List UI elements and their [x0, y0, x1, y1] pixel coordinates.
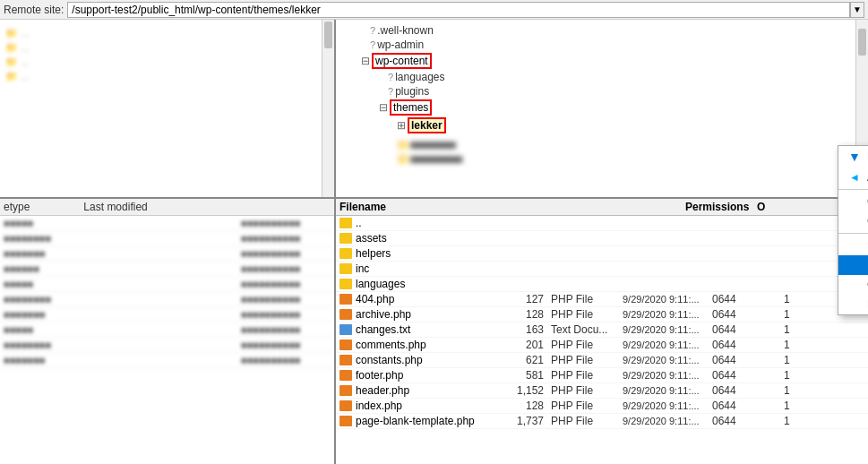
folder-icon-dotdot	[339, 218, 352, 228]
context-menu-create-dir-enter[interactable]: Create directory and enter it	[838, 211, 868, 231]
right-panel: ? .well-known ? wp-admin ⊟ wp-content	[336, 20, 868, 464]
file-row-changes[interactable]: changes.txt 163 Text Docu... 9/29/2020 9…	[336, 322, 868, 338]
download-icon: ▼	[847, 150, 862, 164]
left-file-list-header: etype Last modified	[0, 199, 334, 216]
file-row-header[interactable]: header.php 1,152 PHP File 9/29/2020 9:11…	[336, 383, 868, 399]
main-container: Remote site: ▼ 📁 ... 📁 ... 📁 ... 📁 ...	[0, 0, 868, 464]
file-row-archive[interactable]: archive.php 128 PHP File 9/29/2020 9:11:…	[336, 307, 868, 322]
tree-item-wp-content[interactable]: ⊟ wp-content	[343, 52, 861, 70]
left-header-filetype: etype	[4, 201, 30, 213]
folder-icon-assets	[339, 233, 352, 244]
php-icon-constants	[339, 355, 352, 365]
left-file-rows: ■■■■■■■■■■■■■■■ ■■■■■■■■■■■■■■■■■■ ■■■■■…	[0, 216, 334, 461]
tree-item-wp-admin[interactable]: ? wp-admin	[343, 38, 861, 52]
tree-item-languages[interactable]: ? languages	[343, 70, 861, 84]
header-size	[497, 201, 542, 213]
separator-1	[838, 189, 868, 190]
context-menu: ▼ Download ◄ Add to queue Create directo…	[838, 145, 868, 315]
tree-label-well-known: .well-known	[377, 24, 434, 37]
context-menu-file-attrs[interactable]: File Attributes...	[838, 295, 868, 314]
header-o: O	[757, 201, 775, 213]
tree-label-themes: themes	[390, 99, 432, 116]
tree-item-themes[interactable]: ⊟ themes	[343, 99, 861, 116]
txt-icon-changes	[339, 324, 352, 335]
header-modified	[596, 201, 685, 213]
file-rows: .. assets	[336, 216, 868, 461]
file-row-helpers[interactable]: helpers	[336, 246, 868, 262]
file-row-index[interactable]: index.php 128 PHP File 9/29/2020 9:11:..…	[336, 399, 868, 414]
tree-label-languages: languages	[395, 71, 444, 83]
file-row-404[interactable]: 404.php 127 PHP File 9/29/2020 9:11:... …	[336, 292, 868, 307]
php-icon-footer	[339, 370, 352, 381]
remote-tree-content: ? .well-known ? wp-admin ⊟ wp-content	[336, 20, 868, 170]
file-row-assets[interactable]: assets	[336, 231, 868, 246]
minus-icon-themes: ⊟	[379, 101, 388, 114]
header-filetype	[542, 201, 596, 213]
question-icon-plugins: ?	[388, 86, 393, 97]
file-row-footer[interactable]: footer.php 581 PHP File 9/29/2020 9:11:.…	[336, 368, 868, 383]
file-row-page-blank[interactable]: page-blank-template.php 1,737 PHP File 9…	[336, 414, 868, 429]
tree-label-wp-admin: wp-admin	[377, 39, 424, 51]
context-menu-add-to-queue[interactable]: ◄ Add to queue	[838, 168, 868, 187]
question-icon-wp-admin: ?	[370, 39, 375, 50]
left-header-modified: Last modified	[83, 201, 147, 213]
minus-icon-wp-content: ⊟	[361, 55, 370, 67]
remote-site-path-input[interactable]	[67, 2, 850, 18]
question-icon-languages: ?	[388, 72, 393, 82]
file-row-comments[interactable]: comments.php 201 PHP File 9/29/2020 9:11…	[336, 338, 868, 353]
header-perms: Permissions	[685, 201, 757, 213]
question-icon-well-known: ?	[370, 25, 375, 36]
left-file-list: etype Last modified ■■■■■■■■■■■■■■■ ■■■■…	[0, 199, 334, 464]
queue-icon: ◄	[847, 171, 862, 184]
left-panel: 📁 ... 📁 ... 📁 ... 📁 ... etype Last modif…	[0, 20, 336, 464]
separator-2	[838, 233, 868, 234]
folder-icon-languages	[339, 279, 352, 289]
file-list-area: Filename Permissions O ..	[336, 199, 868, 464]
file-row-dotdot[interactable]: ..	[336, 216, 868, 231]
left-top-tree: 📁 ... 📁 ... 📁 ... 📁 ...	[0, 20, 334, 199]
header-filename: Filename	[336, 201, 497, 213]
tree-label-plugins: plugins	[395, 85, 429, 98]
php-icon-index	[339, 400, 352, 411]
remote-site-label: Remote site:	[4, 4, 64, 16]
remote-tree-area: ? .well-known ? wp-admin ⊟ wp-content	[336, 20, 868, 199]
file-row-constants[interactable]: constants.php 621 PHP File 9/29/2020 9:1…	[336, 353, 868, 368]
tree-label-lekker: lekker	[408, 117, 446, 133]
context-menu-copy-url[interactable]: Copy URL(s) to clipboard	[838, 275, 868, 295]
remote-site-bar: Remote site: ▼	[0, 0, 868, 20]
folder-icon-inc	[339, 263, 352, 274]
context-menu-rename[interactable]: Rename	[838, 255, 868, 275]
php-icon-page-blank	[339, 416, 352, 426]
php-icon-archive	[339, 309, 352, 320]
context-menu-download[interactable]: ▼ Download	[838, 146, 868, 168]
plus-icon-lekker: ⊞	[397, 119, 406, 132]
tree-item-plugins[interactable]: ? plugins	[343, 84, 861, 99]
left-top-scrollbar[interactable]	[322, 20, 334, 197]
tree-item-well-known[interactable]: ? .well-known	[343, 23, 861, 38]
file-row-languages[interactable]: languages	[336, 277, 868, 292]
context-menu-delete[interactable]: Delete	[838, 236, 868, 255]
tree-label-wp-content: wp-content	[372, 53, 432, 69]
folder-icon-helpers	[339, 248, 352, 259]
context-menu-create-dir[interactable]: Create directory	[838, 192, 868, 211]
panels-container: 📁 ... 📁 ... 📁 ... 📁 ... etype Last modif…	[0, 20, 868, 464]
php-icon-comments	[339, 339, 352, 350]
file-row-inc[interactable]: inc	[336, 262, 868, 277]
file-list-header: Filename Permissions O	[336, 199, 868, 216]
remote-site-dropdown[interactable]: ▼	[850, 2, 864, 18]
php-icon-404	[339, 294, 352, 305]
tree-item-lekker[interactable]: ⊞ lekker	[343, 116, 861, 134]
php-icon-header	[339, 385, 352, 396]
